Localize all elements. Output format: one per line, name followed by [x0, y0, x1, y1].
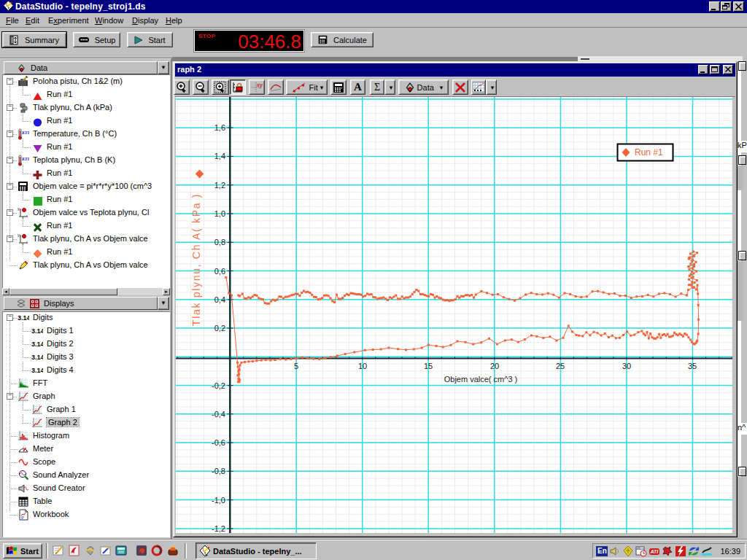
- svg-text:-0,4: -0,4: [212, 410, 225, 419]
- svg-text:38: 38: [637, 545, 640, 549]
- svg-text:35: 35: [688, 362, 697, 370]
- svg-text:-0,6: -0,6: [212, 438, 225, 447]
- svg-text:1,4: 1,4: [214, 152, 225, 160]
- svg-text:1,2: 1,2: [214, 181, 225, 190]
- svg-text:0,8: 0,8: [214, 238, 225, 246]
- svg-text:0,4: 0,4: [214, 295, 225, 304]
- svg-text:Objem valce( cm^3 ): Objem valce( cm^3 ): [444, 375, 518, 384]
- svg-text:10: 10: [358, 362, 367, 370]
- svg-text:ATI: ATI: [650, 549, 659, 554]
- svg-text:15: 15: [424, 362, 433, 370]
- svg-text:25: 25: [556, 362, 565, 370]
- svg-text:-0,2: -0,2: [212, 381, 225, 390]
- svg-text:-1,0: -1,0: [212, 496, 225, 505]
- svg-text:xy: xy: [256, 82, 263, 88]
- svg-text:-1,2: -1,2: [212, 524, 225, 533]
- svg-text:0,2: 0,2: [214, 324, 225, 332]
- svg-text:Tlak plynu, Ch A( kPa ): Tlak plynu, Ch A( kPa ): [190, 193, 202, 326]
- svg-text:0,6: 0,6: [214, 267, 225, 276]
- svg-text:30: 30: [622, 362, 631, 370]
- svg-text:Run #1: Run #1: [635, 147, 663, 158]
- svg-text:-0,8: -0,8: [212, 467, 225, 475]
- svg-text:1,0: 1,0: [214, 209, 225, 218]
- svg-text:20: 20: [490, 362, 499, 370]
- svg-text:5: 5: [294, 362, 298, 370]
- svg-text:1,6: 1,6: [214, 123, 225, 132]
